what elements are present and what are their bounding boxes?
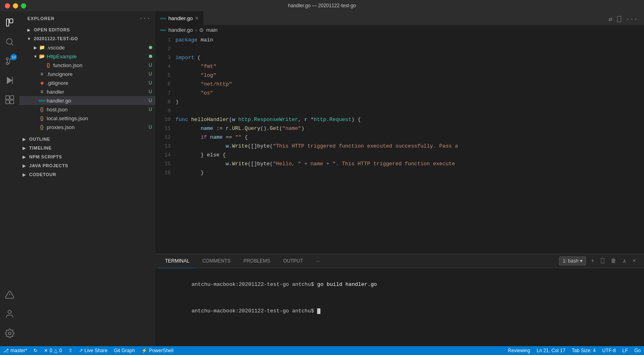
add-terminal-button[interactable]: +	[589, 257, 596, 265]
more-actions-icon[interactable]: ···	[624, 14, 639, 25]
status-gitgraph[interactable]: Git Graph	[111, 346, 138, 355]
code-editor[interactable]: 12345 678910 1112131415 16 package main …	[155, 34, 644, 254]
code-line-9	[175, 107, 644, 115]
file-funcignore[interactable]: ▶ ≡ .funcignore U	[19, 70, 155, 78]
status-liveshare[interactable]: ↗ Live Share	[76, 346, 111, 355]
open-editors-section[interactable]: ▶ OPEN EDITORS	[19, 25, 155, 34]
terminal-content[interactable]: antchu-macbook:20201122-test-go antchu$ …	[155, 268, 644, 346]
npm-arrow: ▶	[23, 155, 26, 159]
activity-bar-account[interactable]	[0, 304, 19, 324]
activity-bar-run[interactable]	[0, 71, 19, 90]
java-arrow: ▶	[23, 164, 26, 168]
status-bar-left: ⎇ master* ↻ ✕ 0 △ 0 ⇧ ↗ Live Share Git G…	[0, 346, 177, 355]
sidebar: EXPLORER ··· ▶ OPEN EDITORS ▼ 20201122-T…	[19, 11, 155, 346]
minimize-button[interactable]	[13, 3, 18, 8]
code-line-10: func helloHandler(w http.ResponseWriter,…	[175, 115, 644, 124]
host-json-label: host.json	[47, 107, 149, 113]
code-line-1: package main	[175, 36, 644, 45]
file-function-json[interactable]: ▶ {} function.json U	[19, 61, 155, 70]
status-powershell[interactable]: ⚡ PowerShell	[138, 346, 177, 355]
activity-bar-explorer[interactable]	[0, 13, 19, 32]
terminal-tab-problems[interactable]: PROBLEMS	[237, 254, 277, 268]
liveshare-icon: ↗	[79, 348, 83, 353]
status-language[interactable]: Go	[631, 346, 644, 355]
file-host-json[interactable]: ▶ {} host.json U	[19, 105, 155, 114]
error-icon: ✕	[44, 348, 48, 353]
folder-open-icon: 📂	[39, 53, 45, 60]
window-title: handler.go — 20201122-test-go	[288, 3, 356, 8]
shell-selector[interactable]: 1: bash ▾	[559, 257, 586, 265]
sidebar-more-actions[interactable]: ···	[139, 15, 151, 22]
close-button[interactable]	[5, 3, 10, 8]
file-handler-go[interactable]: ▶ ∞∞ handler.go U	[19, 96, 155, 105]
project-arrow: ▼	[26, 35, 32, 42]
collapse-terminal-button[interactable]: ∧	[621, 257, 627, 265]
timeline-arrow: ▶	[23, 146, 26, 150]
svg-point-4	[6, 58, 8, 60]
file-handler[interactable]: ▶ ≡ handler U	[19, 87, 155, 96]
trash-terminal-button[interactable]: 🗑	[609, 257, 618, 265]
terminal-tab-terminal[interactable]: TERMINAL	[159, 254, 196, 268]
close-terminal-button[interactable]: ×	[631, 257, 638, 265]
file-proxies-json[interactable]: ▶ {} proxies.json U	[19, 123, 155, 131]
sidebar-header: EXPLORER ···	[19, 11, 155, 25]
status-branch[interactable]: ⎇ master*	[0, 346, 30, 355]
project-folder[interactable]: ▼ 20201122-TEST-GO	[19, 34, 155, 43]
tab-close-button[interactable]: ×	[195, 15, 198, 21]
terminal-tab-output[interactable]: OUTPUT	[277, 254, 309, 268]
git-branch-icon: ⎇	[3, 348, 9, 353]
npm-scripts-section[interactable]: ▶ NPM SCRIPTS	[19, 152, 155, 161]
status-cursor-pos[interactable]: Ln 21, Col 17	[533, 346, 568, 355]
vscode-arrow: ▶	[32, 44, 39, 51]
java-projects-section[interactable]: ▶ JAVA PROJECTS	[19, 161, 155, 170]
vscode-dot	[149, 46, 152, 49]
open-editors-label: OPEN EDITORS	[34, 27, 155, 32]
status-line-ending[interactable]: LF	[619, 346, 631, 355]
npm-label: NPM SCRIPTS	[29, 154, 62, 159]
status-cloud[interactable]: ⇧	[65, 346, 76, 355]
activity-bar-settings[interactable]	[0, 324, 19, 343]
file-gitignore[interactable]: ▶ ◆ .gitignore U	[19, 78, 155, 87]
project-name: 20201122-TEST-GO	[34, 36, 155, 41]
split-terminal-button[interactable]: ⎕	[599, 257, 606, 265]
cursor-pos-label: Ln 21, Col 17	[537, 348, 565, 353]
status-encoding[interactable]: UTF-8	[599, 346, 619, 355]
open-editors-arrow: ▶	[26, 27, 32, 33]
timeline-section[interactable]: ▶ TIMELINE	[19, 144, 155, 152]
activity-bar-warning[interactable]	[0, 285, 19, 304]
split-editor-icon[interactable]: ⎕	[616, 14, 623, 25]
activity-bar-bottom	[0, 285, 19, 346]
terminal-controls: 1: bash ▾ + ⎕ 🗑 ∧ ×	[559, 257, 641, 265]
activity-bar-extensions[interactable]	[0, 90, 19, 109]
status-sync[interactable]: ↻	[30, 346, 41, 355]
vscode-label: .vscode	[47, 45, 149, 51]
shell-dropdown-arrow: ▾	[580, 258, 582, 264]
status-errors[interactable]: ✕ 0 △ 0	[41, 346, 65, 355]
compare-icon[interactable]: ⇄	[607, 14, 614, 25]
reviewing-label: Reviewing	[508, 348, 530, 353]
codetour-section[interactable]: ▶ CODETOUR	[19, 170, 155, 179]
status-tab-size[interactable]: Tab Size: 4	[569, 346, 599, 355]
svg-point-6	[6, 63, 8, 65]
gitgraph-label: Git Graph	[114, 348, 135, 353]
activity-bar-search[interactable]	[0, 32, 19, 51]
tab-handler-go[interactable]: ∞∞ handler.go ×	[155, 11, 204, 25]
httpexample-arrow: ▼	[32, 53, 39, 60]
go-tab-icon: ∞∞	[160, 16, 166, 21]
tab-bar-actions: ⇄ ⎕ ···	[607, 14, 644, 25]
terminal-prompt-1: antchu-macbook:20201122-test-go antchu$	[192, 281, 317, 287]
status-reviewing[interactable]: Reviewing	[505, 346, 533, 355]
terminal-tab-more[interactable]: ···	[310, 254, 326, 268]
terminal-line-2: antchu-macbook:20201122-test-go antchu$	[160, 298, 639, 324]
outline-section[interactable]: ▶ OUTLINE	[19, 135, 155, 144]
sidebar-title: EXPLORER	[27, 16, 55, 21]
maximize-button[interactable]	[21, 3, 26, 8]
activity-bar-source-control[interactable]: 10	[0, 51, 19, 71]
file-httpexample[interactable]: ▼ 📂 HttpExample	[19, 52, 155, 61]
function-json-badge: U	[149, 62, 152, 68]
code-line-14: } else {	[175, 151, 644, 160]
file-vscode[interactable]: ▶ 📁 .vscode	[19, 43, 155, 52]
file-local-settings[interactable]: ▶ {} local.settings.json	[19, 114, 155, 123]
terminal-tab-comments[interactable]: COMMENTS	[196, 254, 237, 268]
window-controls[interactable]	[5, 3, 26, 8]
